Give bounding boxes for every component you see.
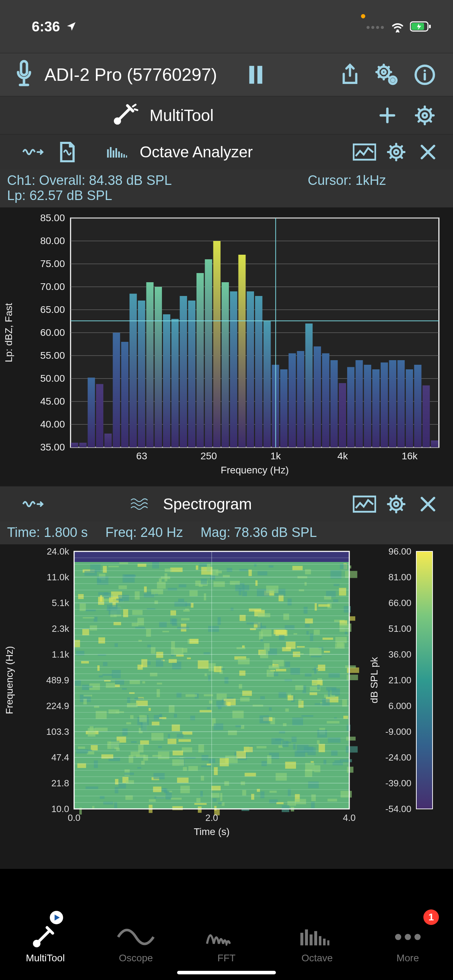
svg-rect-122 bbox=[431, 441, 438, 448]
signal-out-icon[interactable] bbox=[22, 492, 45, 516]
tool-title: MultiTool bbox=[149, 106, 214, 125]
svg-line-33 bbox=[419, 119, 421, 121]
svg-rect-408 bbox=[198, 807, 202, 813]
tab-fft[interactable]: FFT bbox=[181, 909, 272, 971]
add-button[interactable] bbox=[373, 101, 402, 129]
svg-rect-118 bbox=[397, 360, 405, 447]
svg-rect-382 bbox=[157, 682, 162, 684]
svg-rect-201 bbox=[291, 737, 296, 742]
svg-rect-120 bbox=[414, 365, 421, 447]
svg-rect-577 bbox=[100, 796, 105, 799]
svg-rect-94 bbox=[197, 273, 204, 447]
spectro-settings-button[interactable] bbox=[385, 492, 408, 516]
octave-chart[interactable]: 35.0040.0045.0050.0055.0060.0065.0070.00… bbox=[0, 207, 453, 486]
svg-rect-394 bbox=[141, 761, 145, 765]
svg-rect-114 bbox=[364, 365, 371, 447]
svg-rect-602 bbox=[312, 683, 316, 685]
svg-line-53 bbox=[401, 146, 402, 148]
svg-rect-518 bbox=[139, 715, 147, 722]
svg-rect-609 bbox=[114, 787, 118, 793]
svg-rect-565 bbox=[164, 788, 167, 793]
svg-rect-528 bbox=[86, 786, 99, 789]
svg-rect-422 bbox=[169, 791, 172, 793]
svg-rect-638 bbox=[285, 662, 290, 667]
svg-rect-378 bbox=[304, 607, 308, 614]
svg-rect-485 bbox=[108, 710, 119, 714]
octave-close-button[interactable] bbox=[416, 140, 440, 164]
tab-octave[interactable]: Octave bbox=[272, 909, 362, 971]
svg-rect-353 bbox=[270, 791, 277, 793]
svg-rect-459 bbox=[161, 576, 170, 579]
tab-label: FFT bbox=[217, 953, 235, 964]
svg-rect-556 bbox=[171, 798, 182, 800]
svg-rect-386 bbox=[196, 565, 198, 570]
svg-rect-280 bbox=[168, 705, 174, 713]
share-button[interactable] bbox=[336, 60, 364, 89]
svg-rect-296 bbox=[274, 630, 286, 635]
svg-rect-535 bbox=[295, 799, 306, 804]
spectro-chart-mode-button[interactable] bbox=[353, 492, 376, 516]
svg-rect-272 bbox=[149, 708, 151, 711]
save-file-icon[interactable] bbox=[56, 140, 79, 164]
svg-rect-326 bbox=[97, 665, 100, 671]
svg-rect-588 bbox=[152, 722, 159, 725]
tab-bar: MultiTool Oscope FFT Octave 1 More bbox=[0, 909, 453, 971]
svg-rect-627 bbox=[127, 703, 138, 708]
svg-rect-616 bbox=[77, 764, 86, 768]
svg-text:dB SPL pk: dB SPL pk bbox=[369, 657, 380, 703]
svg-text:63: 63 bbox=[136, 450, 147, 461]
svg-line-139 bbox=[391, 498, 392, 500]
svg-rect-210 bbox=[159, 622, 167, 627]
svg-rect-249 bbox=[283, 614, 289, 620]
svg-text:36.00: 36.00 bbox=[388, 649, 412, 660]
svg-rect-83 bbox=[105, 434, 112, 447]
svg-rect-313 bbox=[256, 580, 257, 586]
home-indicator[interactable] bbox=[177, 971, 276, 974]
svg-rect-100 bbox=[246, 291, 254, 447]
svg-rect-370 bbox=[132, 623, 138, 626]
svg-rect-221 bbox=[114, 643, 118, 647]
svg-rect-729 bbox=[327, 940, 329, 945]
svg-rect-175 bbox=[198, 745, 204, 752]
svg-rect-314 bbox=[249, 609, 261, 612]
signal-out-icon[interactable] bbox=[22, 140, 45, 164]
tab-oscope[interactable]: Oscope bbox=[91, 909, 181, 971]
svg-line-140 bbox=[401, 508, 402, 510]
chart-mode-button[interactable] bbox=[353, 140, 376, 164]
octave-settings-button[interactable] bbox=[385, 140, 408, 164]
svg-point-730 bbox=[395, 934, 401, 940]
tool-settings-button[interactable] bbox=[411, 101, 439, 129]
svg-rect-344 bbox=[309, 692, 317, 695]
svg-rect-537 bbox=[112, 670, 121, 678]
svg-rect-409 bbox=[314, 630, 319, 635]
microphone-icon[interactable] bbox=[14, 60, 34, 90]
svg-line-52 bbox=[391, 156, 392, 158]
info-button[interactable] bbox=[411, 60, 439, 89]
svg-rect-385 bbox=[177, 734, 183, 738]
bars-icon[interactable] bbox=[106, 140, 130, 164]
svg-rect-80 bbox=[79, 443, 87, 447]
svg-point-8 bbox=[382, 70, 386, 74]
svg-rect-542 bbox=[305, 619, 313, 624]
tab-label: More bbox=[397, 953, 419, 964]
svg-rect-270 bbox=[322, 699, 329, 706]
settings-gears-button[interactable] bbox=[373, 60, 402, 89]
spectro-close-button[interactable] bbox=[416, 492, 440, 516]
tab-multitool[interactable]: MultiTool bbox=[0, 909, 91, 971]
svg-rect-219 bbox=[90, 625, 97, 631]
svg-rect-164 bbox=[183, 731, 192, 735]
svg-rect-599 bbox=[157, 582, 166, 589]
svg-rect-373 bbox=[231, 608, 234, 611]
spectrogram-icon[interactable] bbox=[130, 492, 153, 516]
svg-rect-6 bbox=[257, 65, 262, 84]
svg-rect-269 bbox=[130, 715, 134, 719]
svg-rect-546 bbox=[132, 610, 143, 615]
svg-rect-299 bbox=[218, 617, 221, 624]
pause-button[interactable] bbox=[242, 60, 270, 89]
svg-rect-165 bbox=[76, 651, 84, 655]
svg-rect-148 bbox=[213, 581, 225, 587]
spectrogram-chart[interactable]: 10.021.847.4103.3224.9489.91.1k2.3k5.1k1… bbox=[0, 544, 453, 869]
svg-rect-37 bbox=[113, 150, 114, 158]
svg-text:40.00: 40.00 bbox=[40, 419, 65, 430]
tab-more[interactable]: 1 More bbox=[362, 909, 453, 971]
